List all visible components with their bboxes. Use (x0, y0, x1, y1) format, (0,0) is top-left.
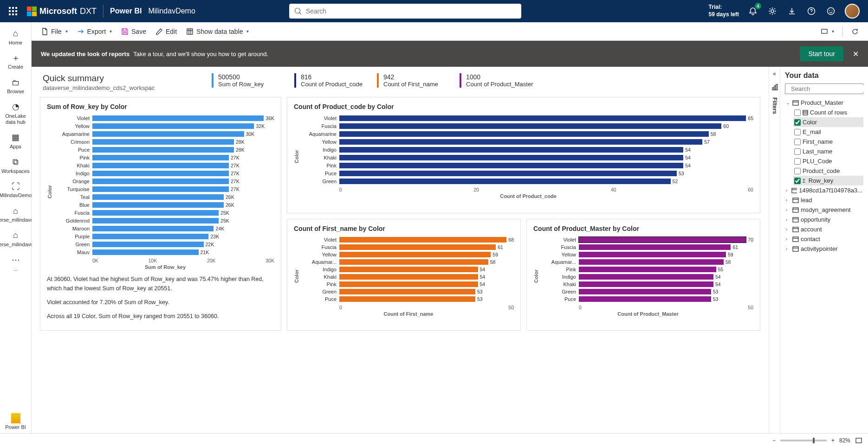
field-checkbox[interactable] (794, 148, 801, 155)
bar-row[interactable]: Violet 68 (303, 236, 514, 243)
bar-row[interactable]: Indigo 27K (56, 169, 274, 177)
banner-close-button[interactable]: ✕ (853, 50, 859, 58)
bar-row[interactable]: Fuscia 61 (543, 243, 753, 251)
nav-item[interactable]: ⧉Workspaces (0, 154, 31, 177)
field-checkbox[interactable] (794, 178, 801, 184)
show-data-button[interactable]: Show data table (182, 26, 253, 37)
bar-row[interactable]: Khaki 54 (543, 281, 753, 288)
export-menu[interactable]: Export (73, 26, 116, 37)
user-avatar[interactable] (845, 4, 860, 19)
help-button[interactable] (806, 6, 817, 17)
kpi-card[interactable]: 816Count of Product_code (294, 73, 364, 88)
bar-row[interactable]: Indigo 54 (303, 266, 514, 273)
bar-row[interactable]: Violet 36K (56, 114, 274, 122)
bar-row[interactable]: Orange 27K (56, 177, 274, 185)
chart-product-master[interactable]: Count of Product_Master by Color Color V… (526, 219, 760, 331)
nav-item[interactable]: ▦Apps (0, 130, 31, 153)
edit-button[interactable]: Edit (152, 26, 181, 37)
bar-row[interactable]: Fuscia 25K (56, 209, 274, 217)
field-item[interactable]: Color (793, 117, 863, 127)
field-item[interactable]: PLU_Code (793, 156, 863, 166)
bar-row[interactable]: Violet 70 (543, 236, 753, 243)
field-checkbox[interactable] (794, 119, 801, 126)
table-node[interactable]: ›lead (785, 195, 863, 205)
bar-row[interactable]: Green 53 (543, 288, 753, 295)
app-launcher-button[interactable] (4, 2, 22, 20)
bar-row[interactable]: Indigo 54 (543, 273, 753, 281)
table-node[interactable]: ›contact (785, 234, 863, 244)
data-search[interactable] (785, 83, 863, 94)
field-item[interactable]: Product_code (793, 166, 863, 176)
start-tour-button[interactable]: Start tour (800, 46, 843, 61)
table-node[interactable]: ›account (785, 224, 863, 234)
field-item[interactable]: First_name (793, 137, 863, 147)
bar-row[interactable]: Yellow 57 (303, 138, 753, 146)
kpi-card[interactable]: 1000Count of Product_Master (460, 73, 533, 88)
bar-row[interactable]: Pink 54 (303, 281, 514, 288)
view-mode-button[interactable] (817, 26, 838, 37)
product-name[interactable]: Power BI (110, 7, 142, 15)
bar-row[interactable]: Aquamar... 58 (543, 258, 753, 266)
filters-collapsed-pane[interactable]: « Filters (769, 67, 780, 433)
bar-row[interactable]: Aquamar... 58 (303, 258, 514, 266)
field-checkbox[interactable] (794, 129, 801, 135)
nav-item[interactable]: ＋Create (0, 51, 31, 73)
bar-row[interactable]: Maroon 24K (56, 224, 274, 232)
bar-row[interactable]: Green 52 (303, 177, 753, 185)
bar-row[interactable]: Yellow 32K (56, 122, 274, 130)
field-checkbox[interactable] (794, 139, 801, 145)
field-item[interactable]: E_mail (793, 127, 863, 137)
table-node[interactable]: ›opportunity (785, 215, 863, 224)
zoom-in-button[interactable]: + (831, 437, 835, 444)
bar-row[interactable]: Pink 54 (303, 161, 753, 169)
zoom-out-button[interactable]: − (772, 437, 776, 444)
nav-item[interactable]: 🗀Browse (0, 75, 31, 98)
data-search-input[interactable] (791, 85, 868, 92)
chart-sum-rowkey[interactable]: Sum of Row_key by Color Color Violet 36K… (40, 97, 281, 331)
bar-row[interactable]: Fuscia 61 (303, 243, 514, 251)
field-checkbox[interactable] (794, 168, 801, 174)
zoom-slider[interactable] (780, 440, 827, 441)
field-item[interactable]: ΣRow_key (793, 176, 863, 185)
bar-row[interactable]: Khaki 27K (56, 161, 274, 169)
bar-row[interactable]: Teal 26K (56, 193, 274, 201)
global-search[interactable] (289, 4, 521, 19)
download-button[interactable] (786, 6, 797, 17)
nav-item[interactable]: ⋯... (0, 252, 31, 275)
bar-row[interactable]: Puce 53 (543, 295, 753, 303)
file-menu[interactable]: File (37, 26, 71, 37)
notifications-button[interactable]: 4 (747, 6, 758, 17)
bar-row[interactable]: Aquamarine 30K (56, 130, 274, 138)
bar-row[interactable]: Goldenrod 25K (56, 217, 274, 224)
bar-row[interactable]: Khaki 54 (303, 273, 514, 281)
table-node[interactable]: ›activitypointer (785, 244, 863, 254)
chart-first-name[interactable]: Count of First_name by Color Color Viole… (287, 219, 521, 331)
table-node[interactable]: ›msdyn_agreement (785, 205, 863, 215)
bar-row[interactable]: Indigo 54 (303, 146, 753, 153)
save-button[interactable]: Save (117, 26, 150, 37)
bar-row[interactable]: Green 22K (56, 240, 274, 248)
bar-row[interactable]: Khaki 54 (303, 153, 753, 161)
expand-icon[interactable]: « (773, 70, 776, 77)
nav-item[interactable]: ⌂dataverse_milindavdem... (0, 228, 31, 250)
kpi-card[interactable]: 942Count of First_name (377, 73, 447, 88)
bar-row[interactable]: Blue 26K (56, 201, 274, 209)
refresh-button[interactable] (848, 26, 862, 37)
bar-row[interactable]: Puce 53 (303, 169, 753, 177)
bar-row[interactable]: Crimson 28K (56, 138, 274, 146)
chart-product-code[interactable]: Count of Product_code by Color Color Vio… (287, 97, 760, 213)
workspace-name[interactable]: MilindavDemo (148, 7, 195, 15)
bar-row[interactable]: Aquamarine 58 (303, 130, 753, 138)
nav-item[interactable]: ◔OneLake data hub (0, 99, 31, 128)
table-node[interactable]: ›1498cd1a7f104978a3... (785, 185, 863, 195)
bar-row[interactable]: Pink 27K (56, 153, 274, 161)
feedback-button[interactable] (825, 6, 836, 17)
bar-row[interactable]: Violet 65 (303, 114, 753, 122)
nav-item[interactable]: ⌂dataverse_milindavdem... (0, 204, 31, 226)
bar-row[interactable]: Yellow 59 (303, 251, 514, 258)
bar-row[interactable]: Puce 53 (303, 295, 514, 303)
field-item[interactable]: Last_name (793, 147, 863, 156)
bar-row[interactable]: Turquoise 27K (56, 185, 274, 193)
kpi-card[interactable]: 500500Sum of Row_key (212, 73, 281, 88)
field-item[interactable]: Count of rows (793, 108, 863, 117)
